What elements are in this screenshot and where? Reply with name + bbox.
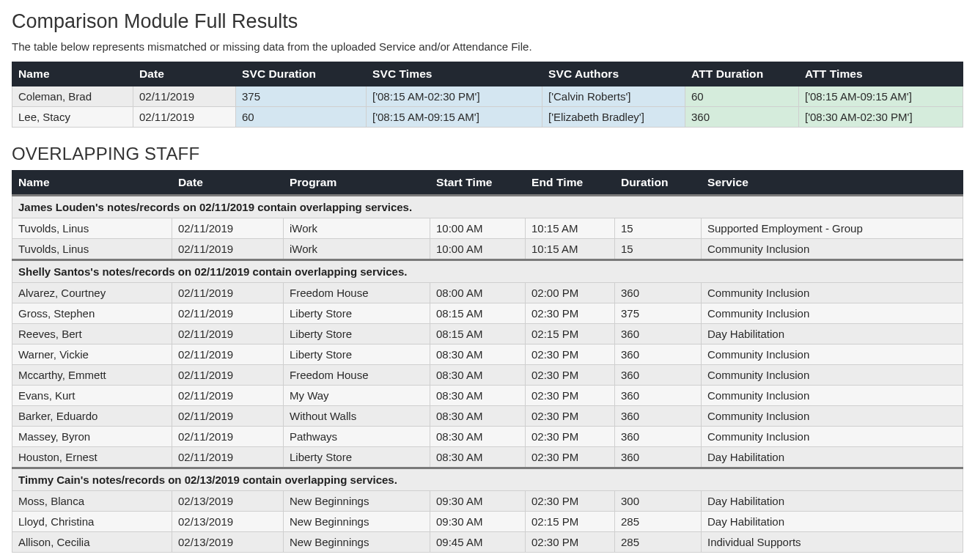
table-row: Alvarez, Courtney02/11/2019Freedom House…	[12, 283, 963, 303]
table-row: Coleman, Brad02/11/2019375['08:15 AM-02:…	[12, 86, 963, 107]
cell-duration: 285	[615, 532, 702, 553]
cell-att_duration: 60	[685, 86, 799, 107]
table-row: Warner, Vickie02/11/2019Liberty Store08:…	[12, 345, 963, 365]
table-row: Moss, Blanca02/13/2019New Beginnings09:3…	[12, 491, 963, 512]
cell-duration: 360	[615, 345, 702, 365]
cell-end: 02:30 PM	[526, 491, 615, 512]
cell-end: 02:30 PM	[526, 386, 615, 406]
cell-duration: 360	[615, 406, 702, 427]
col-end: End Time	[526, 171, 615, 196]
group-header: Timmy Cain's notes/records on 02/13/2019…	[12, 468, 963, 491]
col-att-duration: ATT Duration	[685, 62, 799, 86]
cell-date: 02/11/2019	[172, 303, 284, 324]
group-header: James Louden's notes/records on 02/11/20…	[12, 196, 963, 218]
cell-service: Community Inclusion	[702, 406, 963, 427]
cell-date: 02/11/2019	[172, 406, 284, 427]
cell-start: 08:30 AM	[430, 427, 526, 447]
cell-end: 02:30 PM	[526, 345, 615, 365]
col-start: Start Time	[430, 171, 526, 196]
overlapping-title: OVERLAPPING STAFF	[12, 144, 963, 164]
cell-duration: 360	[615, 283, 702, 303]
cell-svc_duration: 60	[236, 107, 367, 128]
cell-service: Community Inclusion	[702, 239, 963, 260]
cell-svc_times: ['08:15 AM-09:15 AM']	[367, 107, 542, 128]
cell-name: Houston, Ernest	[12, 447, 172, 468]
cell-start: 08:15 AM	[430, 303, 526, 324]
cell-program: Freedom House	[284, 283, 430, 303]
cell-name: Allison, Cecilia	[12, 532, 172, 553]
cell-name: Alvarez, Courtney	[12, 283, 172, 303]
cell-date: 02/13/2019	[172, 512, 284, 532]
cell-service: Community Inclusion	[702, 365, 963, 386]
cell-date: 02/11/2019	[172, 239, 284, 260]
cell-name: Tuvolds, Linus	[12, 218, 172, 239]
cell-name: Reeves, Bert	[12, 324, 172, 345]
group-header: Shelly Santos's notes/records on 02/11/2…	[12, 260, 963, 283]
cell-program: New Beginnings	[284, 512, 430, 532]
cell-end: 02:30 PM	[526, 365, 615, 386]
cell-start: 10:00 AM	[430, 239, 526, 260]
cell-date: 02/13/2019	[172, 491, 284, 512]
cell-name: Coleman, Brad	[12, 86, 133, 107]
col-service: Service	[702, 171, 963, 196]
cell-date: 02/11/2019	[172, 218, 284, 239]
comparison-table: Name Date SVC Duration SVC Times SVC Aut…	[12, 62, 963, 128]
cell-program: iWork	[284, 239, 430, 260]
cell-att_times: ['08:30 AM-02:30 PM']	[799, 107, 963, 128]
cell-program: New Beginnings	[284, 491, 430, 512]
cell-end: 02:15 PM	[526, 512, 615, 532]
cell-program: New Beginnings	[284, 532, 430, 553]
cell-end: 10:15 AM	[526, 239, 615, 260]
cell-duration: 15	[615, 239, 702, 260]
cell-service: Day Habilitation	[702, 491, 963, 512]
cell-date: 02/11/2019	[133, 86, 236, 107]
cell-date: 02/11/2019	[133, 107, 236, 128]
cell-end: 02:30 PM	[526, 406, 615, 427]
col-date: Date	[133, 62, 236, 86]
cell-start: 08:30 AM	[430, 386, 526, 406]
cell-date: 02/11/2019	[172, 386, 284, 406]
cell-service: Day Habilitation	[702, 324, 963, 345]
cell-svc_authors: ['Calvin Roberts']	[542, 86, 685, 107]
cell-svc_times: ['08:15 AM-02:30 PM']	[367, 86, 542, 107]
cell-att_times: ['08:15 AM-09:15 AM']	[799, 86, 963, 107]
cell-date: 02/11/2019	[172, 283, 284, 303]
col-att-times: ATT Times	[799, 62, 963, 86]
cell-att_duration: 360	[685, 107, 799, 128]
table-row: Barker, Eduardo02/11/2019Without Walls08…	[12, 406, 963, 427]
table-row: Massey, Byron02/11/2019Pathways08:30 AM0…	[12, 427, 963, 447]
cell-name: Mccarthy, Emmett	[12, 365, 172, 386]
cell-program: Liberty Store	[284, 345, 430, 365]
comparison-header-row: Name Date SVC Duration SVC Times SVC Aut…	[12, 62, 963, 86]
table-row: Reeves, Bert02/11/2019Liberty Store08:15…	[12, 324, 963, 345]
overlapping-table: Name Date Program Start Time End Time Du…	[12, 170, 963, 553]
cell-duration: 360	[615, 447, 702, 468]
cell-end: 10:15 AM	[526, 218, 615, 239]
cell-name: Barker, Eduardo	[12, 406, 172, 427]
cell-duration: 360	[615, 365, 702, 386]
overlapping-header-row: Name Date Program Start Time End Time Du…	[12, 171, 963, 196]
cell-program: Liberty Store	[284, 447, 430, 468]
table-row: Mccarthy, Emmett02/11/2019Freedom House0…	[12, 365, 963, 386]
table-row: Evans, Kurt02/11/2019My Way08:30 AM02:30…	[12, 386, 963, 406]
table-row: Tuvolds, Linus02/11/2019iWork10:00 AM10:…	[12, 239, 963, 260]
cell-date: 02/11/2019	[172, 324, 284, 345]
table-row: Lee, Stacy02/11/201960['08:15 AM-09:15 A…	[12, 107, 963, 128]
cell-start: 08:00 AM	[430, 283, 526, 303]
page-title: Comparison Module Full Results	[12, 10, 963, 33]
cell-start: 09:30 AM	[430, 491, 526, 512]
col-name: Name	[12, 62, 133, 86]
cell-svc_authors: ['Elizabeth Bradley']	[542, 107, 685, 128]
col-svc-times: SVC Times	[367, 62, 542, 86]
cell-service: Community Inclusion	[702, 386, 963, 406]
cell-program: iWork	[284, 218, 430, 239]
col-svc-authors: SVC Authors	[542, 62, 685, 86]
cell-date: 02/11/2019	[172, 345, 284, 365]
cell-duration: 360	[615, 386, 702, 406]
cell-program: Liberty Store	[284, 324, 430, 345]
cell-name: Moss, Blanca	[12, 491, 172, 512]
cell-program: My Way	[284, 386, 430, 406]
cell-name: Tuvolds, Linus	[12, 239, 172, 260]
cell-duration: 360	[615, 427, 702, 447]
cell-service: Community Inclusion	[702, 345, 963, 365]
